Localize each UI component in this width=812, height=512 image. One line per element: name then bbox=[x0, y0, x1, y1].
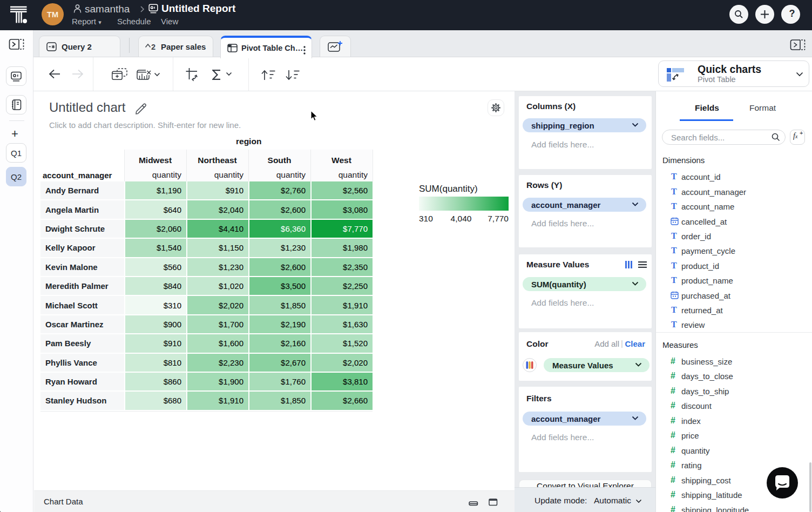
svg-text:2: 2 bbox=[151, 43, 155, 51]
